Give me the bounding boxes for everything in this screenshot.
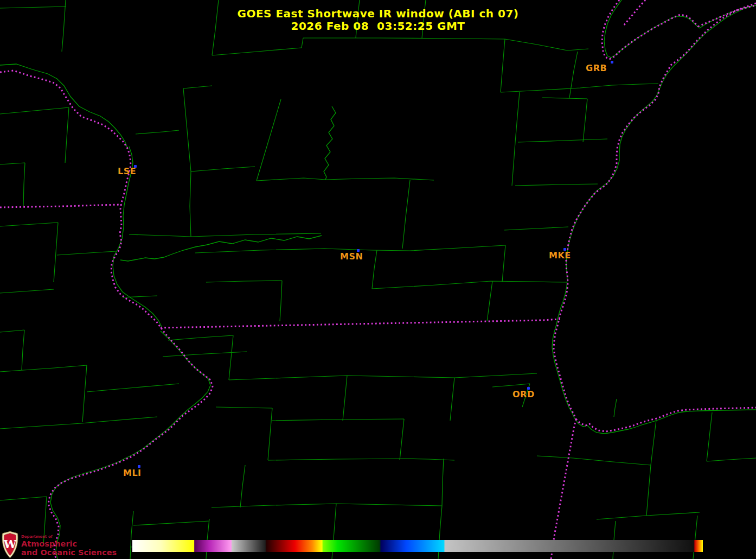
city-label-lse: LSE [118,166,136,176]
city-dot-grb [611,61,613,63]
lake-michigan-west-shore [552,5,754,418]
satellite-viewer-screen: GOES East Shortwave IR window (ABI ch 07… [0,0,756,559]
border-lake-michigan-west [554,3,756,419]
product-title: GOES East Shortwave IR window (ABI ch 07… [0,8,756,20]
title-block: GOES East Shortwave IR window (ABI ch 07… [0,8,756,33]
city-label-ord: ORD [512,389,535,399]
mississippi-river-upper [0,64,128,149]
map-canvas [0,0,756,559]
border-lake-michigan-south [576,408,756,431]
border-mississippi-river [0,71,213,559]
logo-line2: and Oceanic Sciences [21,549,117,557]
border-wi-il [161,319,560,328]
city-label-msn: MSN [340,251,363,262]
lake-michigan-south-shore [574,410,756,434]
wisconsin-river-upper [324,106,336,180]
mississippi-river-lower [50,331,210,559]
logo-line1: Atmospheric [21,540,117,548]
logo-dept-line: Department of [21,535,117,539]
border-il-in [551,419,576,559]
timestamp: 2026 Feb 08 03:52:25 GMT [0,20,756,33]
city-label-mke: MKE [549,250,571,261]
city-label-mli: MLI [123,468,142,478]
uw-crest-icon: W [1,531,19,558]
logo-text: Department of Atmospheric and Oceanic Sc… [21,531,117,556]
ir-enhancement-colorbar [132,540,703,552]
border-mn-ia [0,205,121,207]
crest-monogram: W [3,537,17,551]
city-label-grb: GRB [586,63,607,73]
wisconsin-river-lower [120,236,322,261]
uw-aos-logo: W Department of Atmospheric and Oceanic … [1,531,117,558]
